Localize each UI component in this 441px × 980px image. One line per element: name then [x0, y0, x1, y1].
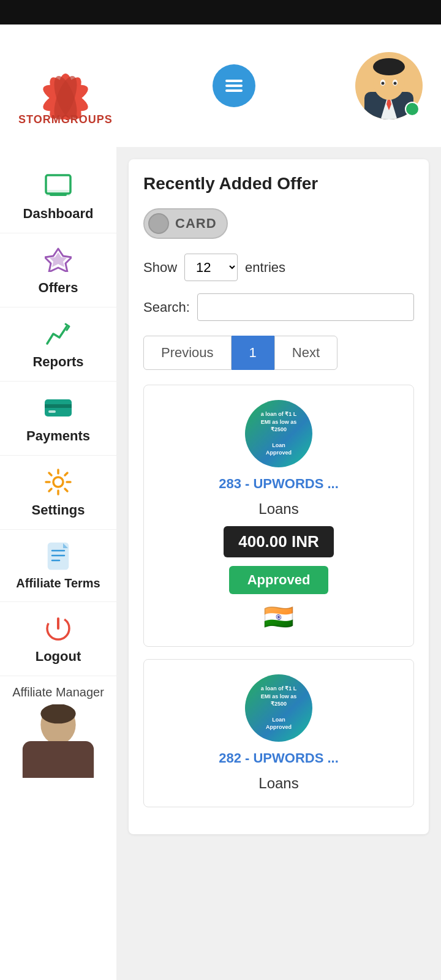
svg-point-45	[40, 704, 75, 723]
sidebar-item-reports[interactable]: Reports	[0, 307, 116, 382]
svg-rect-21	[50, 194, 67, 196]
logo-icon	[26, 46, 105, 119]
top-status-bar	[0, 0, 441, 24]
settings-label: Settings	[32, 502, 85, 518]
show-entries-row: Show 12 25 50 100 entries	[143, 254, 414, 281]
offer-flag-1: 🇮🇳	[263, 603, 294, 631]
svg-line-32	[49, 473, 51, 475]
hamburger-icon	[223, 75, 245, 97]
affiliate-terms-icon	[43, 541, 74, 571]
entries-select[interactable]: 12 25 50 100	[184, 254, 238, 281]
svg-rect-9	[225, 89, 243, 92]
sidebar: Dashboard Offers Reports	[0, 147, 116, 980]
dashboard-label: Dashboard	[23, 206, 94, 222]
offer-name-2[interactable]: 282 - UPWORDS ...	[219, 750, 339, 766]
svg-line-34	[65, 473, 67, 475]
reports-icon	[43, 318, 74, 349]
main-card: Recently Added Offer CARD Show 12 25 50 …	[129, 159, 429, 834]
svg-rect-7	[225, 80, 243, 82]
user-avatar	[355, 52, 423, 119]
offer-status-1: Approved	[229, 566, 329, 594]
card-toggle[interactable]: CARD	[143, 208, 228, 239]
offer-amount-1: 400.00 INR	[224, 526, 334, 557]
sidebar-item-payments[interactable]: Payments	[0, 382, 116, 456]
menu-button[interactable]	[213, 64, 255, 107]
svg-point-14	[373, 58, 405, 75]
search-row: Search:	[143, 293, 414, 321]
pagination: Previous 1 Next	[143, 336, 414, 370]
toggle-area: CARD	[143, 208, 414, 239]
offer-category-2: Loans	[258, 775, 298, 792]
svg-rect-44	[23, 741, 94, 778]
affiliate-manager-section: Affiliate Manager	[0, 676, 116, 787]
svg-point-27	[53, 477, 63, 487]
logout-icon	[43, 613, 74, 644]
header: STORMGROUPS	[0, 24, 441, 147]
online-status-dot	[405, 102, 420, 116]
payments-label: Payments	[26, 428, 90, 444]
entries-label: entries	[245, 260, 285, 276]
page-1-button[interactable]: 1	[232, 336, 274, 370]
show-label: Show	[143, 260, 177, 276]
payments-icon	[43, 393, 74, 423]
offer-image-1: a loan of ₹1 LEMI as low as₹2500LoanAppr…	[245, 400, 312, 467]
sidebar-item-offers[interactable]: Offers	[0, 233, 116, 307]
toggle-label: CARD	[175, 216, 217, 232]
svg-line-33	[65, 489, 67, 491]
main-layout: Dashboard Offers Reports	[0, 147, 441, 980]
previous-button[interactable]: Previous	[143, 336, 232, 370]
next-button[interactable]: Next	[274, 336, 337, 370]
svg-marker-23	[50, 252, 67, 267]
sidebar-item-settings[interactable]: Settings	[0, 456, 116, 530]
svg-rect-25	[45, 404, 72, 408]
sidebar-item-affiliate-terms[interactable]: Affiliate Terms	[0, 530, 116, 602]
settings-icon	[43, 467, 74, 497]
logo-area: STORMGROUPS	[18, 46, 113, 126]
affiliate-manager-avatar	[6, 704, 110, 778]
content-area: Recently Added Offer CARD Show 12 25 50 …	[116, 147, 441, 980]
offer-card-2: a loan of ₹1 LEMI as low as₹2500LoanAppr…	[143, 659, 414, 807]
svg-point-18	[394, 82, 397, 85]
offer-card-1: a loan of ₹1 LEMI as low as₹2500LoanAppr…	[143, 385, 414, 647]
svg-rect-8	[225, 85, 243, 87]
search-label: Search:	[143, 300, 190, 315]
svg-point-17	[382, 82, 385, 85]
svg-line-35	[49, 489, 51, 491]
offers-icon	[43, 244, 74, 275]
search-input[interactable]	[197, 293, 414, 321]
svg-rect-26	[48, 410, 56, 413]
affiliate-terms-label: Affiliate Terms	[16, 576, 100, 590]
sidebar-item-dashboard[interactable]: Dashboard	[0, 159, 116, 233]
offers-label: Offers	[39, 280, 78, 296]
logout-label: Logout	[36, 649, 81, 665]
offer-image-2: a loan of ₹1 LEMI as low as₹2500LoanAppr…	[245, 674, 312, 742]
affiliate-manager-label: Affiliate Manager	[12, 685, 104, 699]
logo-text: STORMGROUPS	[18, 113, 113, 126]
sidebar-item-logout[interactable]: Logout	[0, 602, 116, 676]
reports-label: Reports	[32, 354, 83, 370]
offer-name-1[interactable]: 283 - UPWORDS ...	[219, 476, 339, 492]
dashboard-icon	[43, 170, 74, 201]
toggle-knob	[148, 213, 169, 234]
section-title: Recently Added Offer	[143, 174, 414, 194]
offer-category-1: Loans	[258, 500, 298, 518]
